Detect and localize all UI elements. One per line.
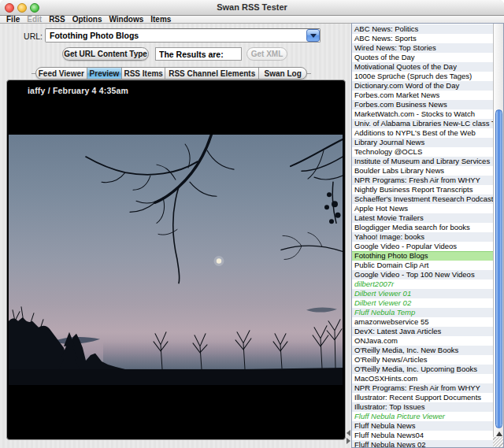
- feed-list-item[interactable]: Fotothing Photo Blogs: [352, 251, 494, 261]
- results-field[interactable]: [155, 47, 242, 61]
- feed-list: ABC News: PoliticsABC News: SportsWired …: [351, 23, 504, 448]
- tab[interactable]: RSS Channel Elements: [165, 68, 259, 79]
- feed-list-item[interactable]: Dilbert Viewer 02: [352, 298, 494, 308]
- tab[interactable]: Feed Viewer: [36, 68, 87, 79]
- feed-list-item[interactable]: Univ. of Alabama Libraries New-LC class …: [352, 119, 494, 128]
- feed-list-item[interactable]: O'Reilly Media, Inc. Upcoming Books: [352, 365, 494, 374]
- url-label: URL:: [0, 31, 43, 41]
- feed-list-item[interactable]: Illustrator: Top Issues: [352, 402, 494, 412]
- menu-item[interactable]: Edit: [27, 16, 42, 24]
- app-window: Swan RSS Tester FileEditRSSOptionsWindow…: [0, 0, 504, 448]
- photo-caption: iaffy / February 4 4:35am: [28, 86, 128, 95]
- list-scrollbar-track[interactable]: [493, 24, 503, 447]
- feed-list-item[interactable]: Schaeffer's Investment Research Podcasts: [352, 194, 494, 204]
- url-combo: [45, 28, 321, 43]
- feed-list-item[interactable]: Blogdigger Media search for books: [352, 223, 494, 232]
- feed-list-item[interactable]: dilbert2007r: [352, 280, 494, 289]
- menu-item[interactable]: Windows: [109, 16, 143, 24]
- tab-bar: Feed ViewerPreviewRSS ItemsRSS Channel E…: [35, 67, 307, 80]
- feed-list-item[interactable]: Public Domain Clip Art: [352, 261, 494, 270]
- menu-item[interactable]: RSS: [49, 16, 65, 24]
- get-xml-button: Get XML: [246, 47, 287, 61]
- feed-list-item[interactable]: Google Video - Popular Videos: [352, 242, 494, 251]
- feed-list-item[interactable]: Fluff Nebula Picture Viewer: [352, 412, 494, 421]
- feed-list-item[interactable]: Latest Movie Trailers: [352, 213, 494, 223]
- feed-list-item[interactable]: Library Journal News: [352, 138, 494, 147]
- feed-list-item[interactable]: Additions to NYPL's Best of the Web: [352, 128, 494, 138]
- chevron-down-icon: [310, 34, 317, 38]
- feed-list-item[interactable]: Institute of Museum and Library Services: [352, 157, 494, 166]
- feed-list-item[interactable]: Fluff Nebula Temp: [352, 308, 494, 317]
- feed-list-item[interactable]: Nightly Business Report Transcripts: [352, 185, 494, 194]
- feed-list-item[interactable]: Motivational Quotes of the Day: [352, 62, 494, 72]
- feed-list-item[interactable]: ABC News: Politics: [352, 24, 494, 34]
- feed-list-item[interactable]: Yahoo! Image: books: [352, 232, 494, 242]
- feed-list-item[interactable]: Apple Hot News: [352, 204, 494, 213]
- feed-list-item[interactable]: Boulder Labs Library News: [352, 166, 494, 176]
- feed-list-item[interactable]: Forbes.com Business News: [352, 100, 494, 109]
- feed-list-item[interactable]: DevX: Latest Java Articles: [352, 327, 494, 336]
- url-input[interactable]: [47, 29, 304, 42]
- tab[interactable]: Swan Log: [259, 68, 306, 79]
- list-scrollbar-thumb[interactable]: [495, 109, 502, 428]
- feed-list-item[interactable]: Quotes of the Day: [352, 53, 494, 62]
- feed-list-item[interactable]: Illustrator: Recent Support Documents: [352, 393, 494, 402]
- tab-divider-line: [307, 73, 311, 74]
- feed-list-item[interactable]: amazonwebservice 55: [352, 317, 494, 327]
- resize-grip[interactable]: [493, 437, 503, 447]
- feed-list-item[interactable]: NPR Programs: Fresh Air from WHYY: [352, 383, 494, 393]
- feed-list-item[interactable]: ONJava.com: [352, 336, 494, 346]
- feed-list-item[interactable]: Dilbert Viewer 01: [352, 289, 494, 298]
- scroll-right-arrow-icon[interactable]: [346, 438, 350, 444]
- window-title: Swan RSS Tester: [0, 2, 504, 12]
- feed-list-item[interactable]: ABC News: Sports: [352, 34, 494, 43]
- scroll-left-arrow-icon[interactable]: [346, 430, 350, 436]
- tab[interactable]: RSS Items: [122, 68, 165, 79]
- url-dropdown-button[interactable]: [306, 29, 320, 42]
- tab[interactable]: Preview: [87, 68, 123, 79]
- twilight-photo: [9, 135, 343, 385]
- menu-item[interactable]: Items: [150, 16, 171, 24]
- preview-pane: iaffy / February 4 4:35am: [6, 80, 346, 440]
- feed-list-item[interactable]: Fluff Nebula News04: [352, 431, 494, 440]
- feed-list-item[interactable]: Google Video - Top 100 New Videos: [352, 270, 494, 280]
- feed-list-item[interactable]: Forbes.com Market News: [352, 91, 494, 100]
- feed-list-item[interactable]: Fluff Nebula News 02: [352, 440, 494, 448]
- title-bar: Swan RSS Tester: [0, 0, 504, 16]
- feed-list-item[interactable]: MarketWatch.com - Stocks to Watch: [352, 109, 494, 119]
- menu-item[interactable]: Options: [72, 16, 102, 24]
- feed-list-item[interactable]: Wired News: Top Stories: [352, 43, 494, 53]
- feed-list-rows: ABC News: PoliticsABC News: SportsWired …: [352, 24, 494, 448]
- menu-item[interactable]: File: [6, 16, 20, 24]
- feed-list-item[interactable]: Dictionary.com Word of the Day: [352, 81, 494, 91]
- get-url-content-type-button[interactable]: Get URL Content Type: [62, 47, 149, 61]
- feed-list-item[interactable]: O'Reilly News/Articles: [352, 355, 494, 365]
- feed-list-item[interactable]: O'Reilly Media, Inc. New Books: [352, 346, 494, 355]
- scroll-up-arrow-icon[interactable]: [496, 431, 502, 436]
- feed-list-item[interactable]: NPR Programs: Fresh Air from WHYY: [352, 176, 494, 185]
- feed-list-item[interactable]: MacOSXHints.com: [352, 374, 494, 383]
- feed-list-item[interactable]: Technology @OCLS: [352, 147, 494, 157]
- feed-list-item[interactable]: Fluff Nebula News: [352, 421, 494, 431]
- feed-list-item[interactable]: 1000e Sprüche (Spruch des Tages): [352, 72, 494, 81]
